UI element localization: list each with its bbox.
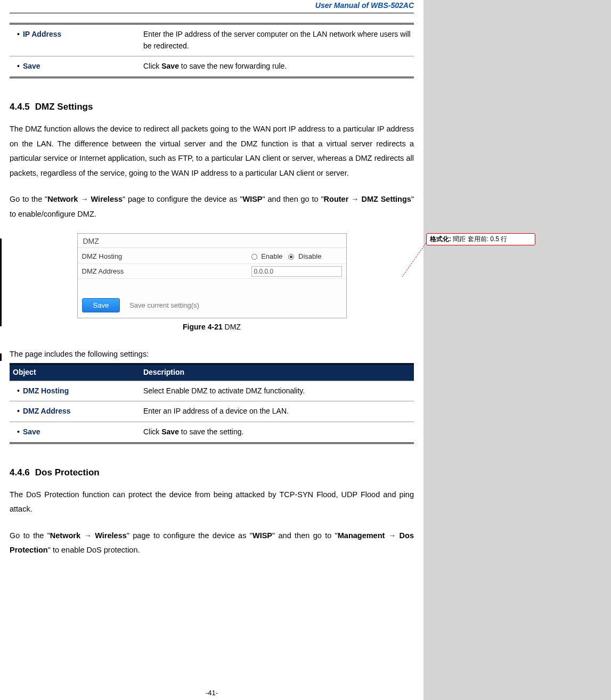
- format-comment[interactable]: 格式化: 間距 套用前: 0.5 行: [426, 233, 535, 245]
- table-row: DMZ Address Enter an IP address of a dev…: [10, 401, 414, 422]
- enable-radio-label: Enable: [261, 252, 282, 260]
- table-row: Save Click Save to save the setting.: [10, 422, 414, 443]
- heading-446: 4.4.6Dos Protection: [10, 467, 414, 478]
- row-object: IP Address: [13, 30, 61, 38]
- para-446-intro: The DoS Protection function can protect …: [10, 488, 414, 517]
- col-description: Description: [140, 364, 414, 381]
- row-object: Save: [13, 62, 40, 70]
- save-hint-text: Save current setting(s): [129, 301, 199, 309]
- disable-radio[interactable]: [288, 254, 294, 260]
- page-number: -41-: [0, 689, 423, 697]
- dmz-save-button[interactable]: Save: [82, 298, 120, 312]
- para-445-nav: Go to the "Network → Wireless" page to c…: [10, 192, 414, 221]
- row-desc: Enter the IP address of the server compu…: [140, 24, 414, 56]
- dmz-address-label: DMZ Address: [82, 267, 251, 275]
- settings-table-forwarding: IP Address Enter the IP address of the s…: [10, 23, 414, 78]
- document-header: User Manual of WBS-502AC: [10, 0, 414, 13]
- panel-title: DMZ: [78, 234, 346, 248]
- disable-radio-label: Disable: [298, 252, 321, 260]
- dmz-address-row: DMZ Address: [78, 264, 346, 279]
- row-desc: Enter an IP address of a device on the L…: [140, 401, 414, 422]
- row-object: DMZ Address: [13, 407, 71, 415]
- heading-445: 4.4.5DMZ Settings: [10, 102, 414, 112]
- row-desc: Click Save to save the new forwarding ru…: [140, 56, 414, 78]
- change-bar: [0, 353, 2, 361]
- para-446-nav: Go to the "Network → Wireless" page to c…: [10, 529, 414, 558]
- dmz-hosting-label: DMZ Hosting: [82, 252, 251, 260]
- change-bar: [0, 238, 2, 326]
- table-row: IP Address Enter the IP address of the s…: [10, 24, 414, 56]
- col-object: Object: [10, 364, 140, 381]
- row-object: Save: [13, 427, 40, 436]
- dmz-config-panel: DMZ DMZ Hosting Enable Disable DMZ Addre…: [77, 233, 347, 318]
- document-page: User Manual of WBS-502AC IP Address Ente…: [0, 0, 423, 700]
- settings-intro: The page includes the following settings…: [10, 347, 414, 362]
- row-object: DMZ Hosting: [13, 386, 69, 395]
- reviewing-pane-bg: [423, 0, 611, 700]
- table-row: Save Click Save to save the new forwardi…: [10, 56, 414, 78]
- enable-radio[interactable]: [251, 254, 257, 260]
- table-row: DMZ Hosting Select Enable DMZ to activat…: [10, 381, 414, 401]
- row-desc: Select Enable DMZ to activate DMZ functi…: [140, 381, 414, 401]
- figure-caption-421: Figure 4-21 DMZ: [10, 323, 414, 331]
- row-desc: Click Save to save the setting.: [140, 422, 414, 443]
- dmz-address-input[interactable]: [251, 266, 342, 277]
- para-445-intro: The DMZ function allows the device to re…: [10, 122, 414, 180]
- dmz-hosting-row: DMZ Hosting Enable Disable: [78, 249, 346, 264]
- settings-table-dmz: Object Description DMZ Hosting Select En…: [10, 363, 414, 444]
